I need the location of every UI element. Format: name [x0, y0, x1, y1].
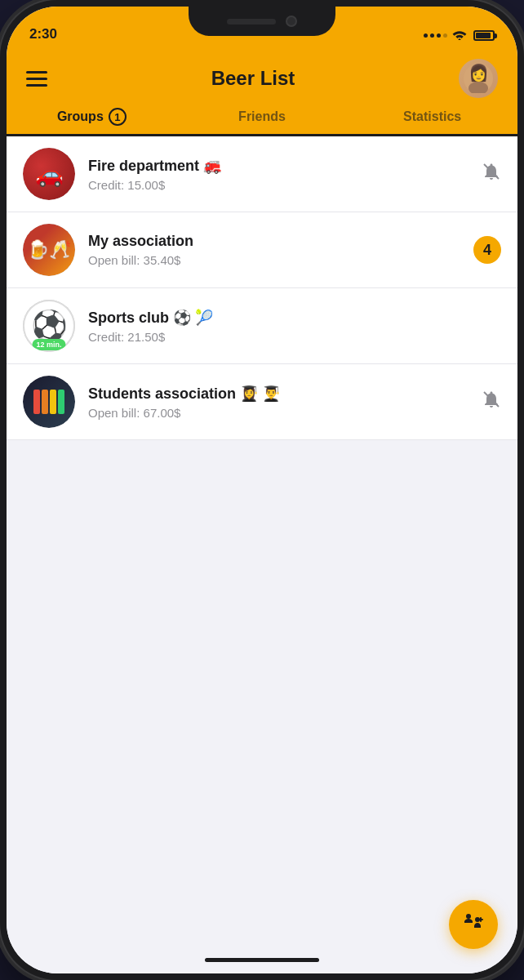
list-item[interactable]: ⚽ 12 min. Sports club ⚽ 🎾 Credit: 21.50$ — [7, 288, 517, 364]
hamburger-line-1 — [26, 71, 47, 74]
svg-text:👩: 👩 — [468, 64, 488, 82]
bell-muted-icon — [482, 163, 501, 185]
list-item[interactable]: Students association 👩‍🎓 👨‍🎓 Open bill: … — [7, 364, 517, 440]
group-avatar-fire: 🚗 — [23, 148, 75, 200]
group-name-sports: Sports club ⚽ 🎾 — [88, 309, 488, 327]
group-info-assoc: My association Open bill: 35.40$ — [88, 233, 460, 267]
status-time: 2:30 — [29, 26, 57, 42]
group-name-students: Students association 👩‍🎓 👨‍🎓 — [88, 385, 468, 403]
svg-point-0 — [459, 38, 461, 40]
group-avatar-assoc: 🍺🥂 — [23, 224, 75, 276]
user-avatar[interactable]: 👩 — [459, 59, 498, 98]
tab-groups[interactable]: Groups 1 — [7, 108, 177, 134]
notch — [189, 7, 335, 36]
group-info-students: Students association 👩‍🎓 👨‍🎓 Open bill: … — [88, 385, 468, 420]
list-item[interactable]: 🍺🥂 My association Open bill: 35.40$ 4 — [7, 212, 517, 288]
group-info-fire: Fire department 🚒 Credit: 15.00$ — [88, 157, 468, 192]
group-sub-fire: Credit: 15.00$ — [88, 178, 468, 192]
time-badge-sports: 12 min. — [32, 339, 65, 350]
group-avatar-sports: ⚽ 12 min. — [23, 300, 75, 352]
camera — [286, 16, 297, 27]
svg-point-8 — [466, 914, 471, 919]
tab-groups-badge: 1 — [109, 108, 127, 126]
wifi-icon — [452, 29, 467, 42]
add-user-icon — [463, 913, 484, 936]
group-action-students[interactable] — [482, 390, 501, 414]
group-sub-sports: Credit: 21.50$ — [88, 330, 488, 344]
list-item[interactable]: 🚗 Fire department 🚒 Credit: 15.00$ — [7, 136, 517, 212]
group-name-assoc: My association — [88, 233, 460, 250]
group-action-assoc[interactable]: 4 — [473, 236, 501, 264]
tab-statistics-label: Statistics — [403, 109, 461, 124]
group-sub-assoc: Open bill: 35.40$ — [88, 253, 460, 267]
screen: 2:30 — [7, 7, 517, 973]
bell-muted-icon-2 — [482, 391, 501, 413]
tabs: Groups 1 Friends Statistics — [7, 98, 517, 136]
battery-icon — [473, 30, 495, 41]
menu-button[interactable] — [26, 71, 47, 87]
group-avatar-students — [23, 376, 75, 428]
tab-friends[interactable]: Friends — [177, 108, 348, 134]
hamburger-line-2 — [26, 78, 47, 80]
header: Beer List 👩 — [7, 49, 517, 98]
hamburger-line-3 — [26, 84, 47, 87]
group-name-fire: Fire department 🚒 — [88, 157, 468, 175]
phone-frame: 2:30 — [0, 0, 524, 980]
tab-friends-label: Friends — [238, 109, 286, 124]
tab-groups-label: Groups — [57, 109, 104, 124]
add-group-fab[interactable] — [449, 900, 498, 949]
group-sub-students: Open bill: 67.00$ — [88, 406, 468, 420]
app-container: 2:30 — [7, 7, 517, 973]
page-title: Beer List — [211, 67, 295, 90]
group-action-fire[interactable] — [482, 162, 501, 186]
groups-list: 🚗 Fire department 🚒 Credit: 15.00$ — [7, 136, 517, 973]
signal-icon — [424, 33, 447, 38]
home-indicator — [205, 958, 319, 962]
speaker — [227, 19, 276, 24]
notification-badge: 4 — [473, 236, 501, 264]
group-info-sports: Sports club ⚽ 🎾 Credit: 21.50$ — [88, 309, 488, 344]
status-right — [424, 29, 495, 42]
tab-statistics[interactable]: Statistics — [347, 108, 517, 134]
